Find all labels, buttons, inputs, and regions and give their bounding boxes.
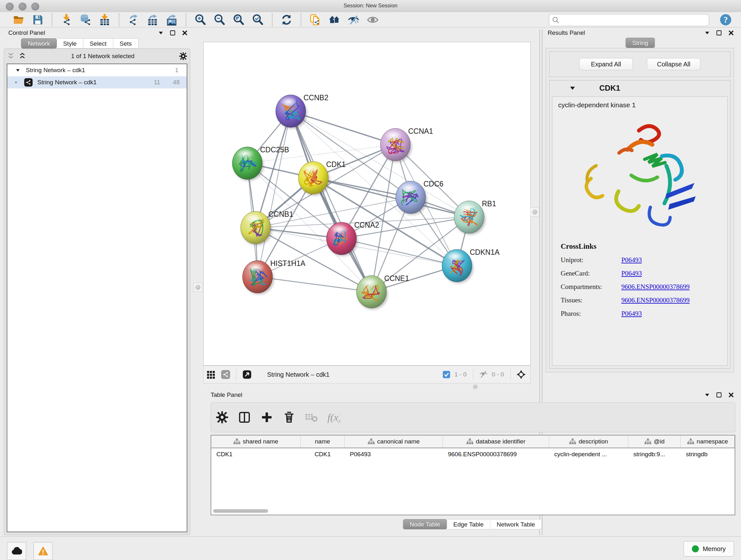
table-cell[interactable]: cyclin-dependent ... — [549, 451, 628, 458]
first-neighbors-button[interactable] — [329, 14, 340, 25]
zoom-in-button[interactable] — [195, 14, 206, 25]
expand-all-icon[interactable] — [18, 52, 26, 60]
control-panel-close-icon[interactable] — [181, 29, 188, 37]
results-panel-float-icon[interactable] — [716, 29, 723, 37]
export-network-button[interactable] — [128, 14, 139, 25]
network-edge[interactable] — [341, 239, 457, 266]
gear-icon[interactable] — [179, 52, 187, 60]
window-title: Session: New Session — [0, 3, 741, 9]
birdseye-toggle-icon[interactable] — [516, 370, 526, 379]
column-header-id[interactable]: @id — [628, 435, 681, 448]
crosslink-link[interactable]: P06493 — [621, 310, 642, 318]
tab-cp-style[interactable]: Style — [57, 38, 83, 49]
control-panel-menu-icon[interactable] — [158, 30, 164, 36]
table-cell[interactable]: P06493 — [345, 451, 443, 458]
collapse-all-icon[interactable] — [7, 52, 15, 60]
network-node-ccnb2[interactable]: CCNB2 — [276, 94, 328, 129]
table-cell[interactable]: CDK1 — [300, 451, 345, 458]
results-panel-close-icon[interactable] — [728, 29, 735, 37]
gear-icon[interactable] — [216, 411, 228, 424]
selected-checkbox-icon[interactable] — [442, 370, 451, 379]
warning-status-button[interactable] — [33, 542, 53, 560]
table-panel-float-icon[interactable] — [716, 391, 723, 398]
table-cell[interactable]: CDK1 — [211, 451, 300, 458]
tree-expander-icon[interactable] — [15, 67, 21, 73]
gene-panel: CDK1 cyclin-dependent kinase 1 CrossLink… — [549, 80, 731, 369]
column-header-namespace[interactable]: namespace — [681, 435, 735, 448]
columns-icon[interactable] — [238, 411, 251, 424]
network-view-icon[interactable] — [221, 370, 230, 379]
table-cell[interactable]: stringdb:9... — [628, 451, 681, 458]
zoom-selected-button[interactable] — [252, 14, 264, 25]
memory-button[interactable]: Memory — [684, 541, 734, 557]
show-all-button[interactable] — [367, 14, 379, 25]
node-label: CCNA2 — [354, 221, 379, 229]
results-panel-title: Results Panel — [548, 29, 585, 37]
bottom-splitter-grip[interactable] — [472, 384, 479, 389]
trash-icon[interactable] — [283, 411, 295, 424]
save-session-button[interactable] — [32, 14, 44, 25]
table-cell[interactable]: 9606.ENSP00000378699 — [443, 451, 549, 458]
hidden-eye-icon — [479, 370, 488, 379]
table-panel-menu-icon[interactable] — [704, 392, 711, 398]
tab-cp-sets[interactable]: Sets — [113, 38, 138, 49]
table-cell[interactable]: stringdb — [681, 451, 735, 458]
zoom-fit-button[interactable] — [233, 14, 245, 25]
network-node-ccna2[interactable]: CCNA2 — [327, 221, 379, 256]
results-panel-menu-icon[interactable] — [704, 30, 711, 36]
cloud-status-button[interactable] — [7, 542, 26, 560]
network-node-rb1[interactable]: RB1 — [454, 199, 496, 235]
tree-column-icon — [569, 438, 576, 445]
hide-selection-button[interactable] — [348, 14, 359, 25]
new-network-from-selection-button[interactable] — [310, 14, 321, 25]
control-panel-float-icon[interactable] — [169, 29, 176, 37]
column-header-description[interactable]: description — [549, 435, 628, 448]
collapse-all-button[interactable]: Collapse All — [647, 58, 700, 70]
crosslink-link[interactable]: 9606.ENSP00000378699 — [621, 283, 690, 291]
crosslink-label: Uniprot: — [561, 256, 621, 264]
tab-table-edge-table[interactable]: Edge Table — [447, 519, 490, 530]
expand-all-button[interactable]: Expand All — [579, 58, 633, 70]
grid-view-icon[interactable] — [206, 370, 216, 379]
import-network-file-button[interactable] — [61, 14, 72, 25]
column-header-sharedname[interactable]: shared name — [211, 435, 300, 448]
table-row[interactable]: CDK1CDK1P064939606.ENSP00000378699cyclin… — [211, 448, 735, 460]
network-node-cdkn1a[interactable]: CDKN1A — [442, 248, 500, 283]
search-input[interactable] — [559, 15, 709, 25]
tab-string[interactable]: String — [625, 38, 655, 48]
network-manager: 1 of 1 Network selected String Network –… — [4, 49, 190, 535]
tab-table-node-table[interactable]: Node Table — [403, 519, 447, 530]
crosslink-link[interactable]: P06493 — [621, 256, 642, 264]
edge-count: 48 — [173, 79, 180, 86]
export-image-button[interactable] — [166, 14, 178, 25]
table-panel-close-icon[interactable] — [728, 391, 735, 398]
left-splitter-grip[interactable] — [193, 283, 202, 292]
network-tree-row[interactable]: String Network – cdk11148 — [7, 76, 187, 88]
tab-table-network-table[interactable]: Network Table — [490, 519, 542, 530]
column-header-canonicalname[interactable]: canonical name — [345, 435, 443, 448]
column-header-name[interactable]: name — [300, 435, 345, 448]
help-button[interactable]: ? — [719, 13, 732, 26]
tab-cp-select[interactable]: Select — [83, 38, 113, 49]
import-network-database-button[interactable] — [80, 14, 91, 25]
table-horizontal-scrollbar[interactable] — [213, 509, 268, 513]
crosslink-link[interactable]: P06493 — [621, 269, 642, 277]
crosslink-link[interactable]: 9606.ENSP00000378699 — [621, 296, 690, 304]
collapse-gene-icon[interactable] — [569, 84, 576, 92]
apply-preferred-layout-button[interactable] — [281, 14, 292, 25]
tab-cp-network[interactable]: Network — [21, 38, 57, 49]
open-session-button[interactable] — [13, 14, 24, 25]
plus-icon[interactable] — [260, 411, 273, 424]
network-edge[interactable] — [258, 277, 372, 292]
export-table-button[interactable] — [147, 14, 158, 25]
detach-view-icon[interactable] — [242, 370, 252, 379]
zoom-out-button[interactable] — [214, 14, 225, 25]
network-node-hist1h1a[interactable]: HIST1H1A — [243, 259, 306, 294]
network-canvas[interactable]: CCNB2 CCNA1 CDC25B CDK1 CDC6 — [203, 42, 531, 366]
right-splitter-grip[interactable] — [530, 207, 539, 216]
network-node-ccna1[interactable]: CCNA1 — [381, 127, 433, 162]
column-header-databaseidentifier[interactable]: database identifier — [443, 435, 549, 448]
network-node-ccne1[interactable]: CCNE1 — [356, 274, 409, 309]
import-table-file-button[interactable] — [99, 14, 111, 25]
network-tree-row[interactable]: String Network – cdk11 — [7, 64, 187, 76]
